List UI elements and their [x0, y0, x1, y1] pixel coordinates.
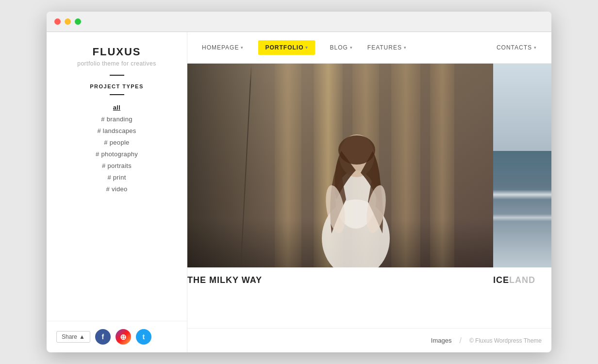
- portfolio-label: PORTFOLIO: [265, 44, 303, 51]
- filter-video[interactable]: # video: [106, 185, 127, 193]
- gallery-item-milky-way[interactable]: THE MILKY WAY: [187, 64, 493, 328]
- images-link[interactable]: Images: [431, 337, 452, 344]
- milky-way-caption: THE MILKY WAY: [187, 275, 262, 285]
- top-nav: HOMEPAGE ▾ PORTFOLIO ▾ BLOG ▾ FEATURES ▾: [187, 32, 551, 64]
- iceland-foam-2: [493, 214, 551, 221]
- sidebar: FLUXUS portfolio theme for creatives PRO…: [47, 32, 187, 352]
- browser-window: FLUXUS portfolio theme for creatives PRO…: [47, 12, 551, 352]
- iceland-foam-1: [493, 190, 551, 199]
- iceland-caption: ICELAND: [493, 275, 535, 285]
- filter-all[interactable]: all: [113, 104, 120, 111]
- chevron-down-icon: ▾: [241, 45, 244, 50]
- filter-photography[interactable]: # photography: [96, 150, 138, 158]
- chevron-down-icon: ▾: [534, 45, 537, 50]
- footer-divider: /: [459, 336, 461, 345]
- list-item[interactable]: # landscapes: [56, 126, 177, 135]
- chevron-down-icon: ▾: [305, 45, 308, 50]
- minimize-button[interactable]: [65, 18, 71, 25]
- nav-blog[interactable]: BLOG ▾: [330, 44, 352, 51]
- facebook-label: f: [102, 333, 104, 341]
- features-label: FEATURES: [367, 44, 402, 51]
- iceland-bold: ICE: [493, 275, 509, 285]
- sidebar-divider-2: [110, 94, 124, 95]
- gallery-item-iceland[interactable]: ICELAND: [493, 64, 551, 328]
- browser-body: FLUXUS portfolio theme for creatives PRO…: [47, 32, 551, 352]
- share-button[interactable]: Share ▲: [56, 331, 90, 343]
- instagram-icon[interactable]: ⊕: [116, 329, 131, 345]
- list-item[interactable]: # portraits: [56, 161, 177, 170]
- site-title: FLUXUS: [56, 46, 177, 58]
- gallery-area: THE MILKY WAY ICELAND: [187, 64, 551, 328]
- woman-figure: [302, 93, 409, 267]
- list-item[interactable]: # print: [56, 173, 177, 182]
- list-item[interactable]: # branding: [56, 115, 177, 123]
- blog-label: BLOG: [330, 44, 348, 51]
- chevron-up-icon: ▲: [79, 333, 85, 340]
- twitter-icon[interactable]: t: [136, 329, 151, 345]
- list-item[interactable]: # photography: [56, 149, 177, 158]
- close-button[interactable]: [54, 18, 61, 25]
- filter-people[interactable]: # people: [104, 139, 129, 146]
- sidebar-divider: [110, 75, 124, 76]
- list-item[interactable]: # video: [56, 184, 177, 193]
- nav-contacts[interactable]: CONTACTS ▾: [497, 44, 537, 51]
- instagram-label: ⊕: [120, 332, 126, 342]
- chevron-down-icon: ▾: [404, 45, 407, 50]
- project-types-label: PROJECT TYPES: [56, 83, 177, 89]
- share-label: Share: [62, 333, 77, 340]
- maximize-button[interactable]: [75, 18, 81, 25]
- iceland-water: [493, 151, 551, 267]
- nav-portfolio[interactable]: PORTFOLIO ▾: [258, 40, 315, 55]
- browser-chrome: [47, 12, 551, 32]
- chevron-down-icon: ▾: [350, 45, 353, 50]
- twitter-label: t: [143, 333, 145, 341]
- filter-landscapes[interactable]: # landscapes: [97, 127, 136, 134]
- site-subtitle: portfolio theme for creatives: [56, 60, 177, 67]
- main-content: HOMEPAGE ▾ PORTFOLIO ▾ BLOG ▾ FEATURES ▾: [187, 32, 551, 352]
- nav-features[interactable]: FEATURES ▾: [367, 44, 407, 51]
- iceland-light: LAND: [509, 275, 535, 285]
- list-item[interactable]: # people: [56, 138, 177, 147]
- footer-copyright: © Fluxus Wordpress Theme: [469, 337, 542, 344]
- sidebar-top: FLUXUS portfolio theme for creatives PRO…: [47, 32, 187, 206]
- facebook-icon[interactable]: f: [95, 329, 111, 345]
- iceland-image: [493, 64, 551, 267]
- filter-branding[interactable]: # branding: [101, 116, 132, 123]
- filter-portraits[interactable]: # portraits: [102, 162, 132, 169]
- homepage-label: HOMEPAGE: [202, 44, 239, 51]
- iceland-sky: [493, 64, 551, 161]
- portrait-image: [187, 64, 493, 267]
- contacts-label: CONTACTS: [497, 44, 532, 51]
- gallery-footer: Images / © Fluxus Wordpress Theme: [187, 328, 551, 352]
- filter-list: all # branding # landscapes # people # p…: [56, 103, 177, 193]
- list-item[interactable]: all: [56, 103, 177, 112]
- filter-print[interactable]: # print: [107, 174, 126, 181]
- nav-homepage[interactable]: HOMEPAGE ▾: [202, 44, 244, 51]
- sidebar-bottom: Share ▲ f ⊕ t: [47, 321, 187, 352]
